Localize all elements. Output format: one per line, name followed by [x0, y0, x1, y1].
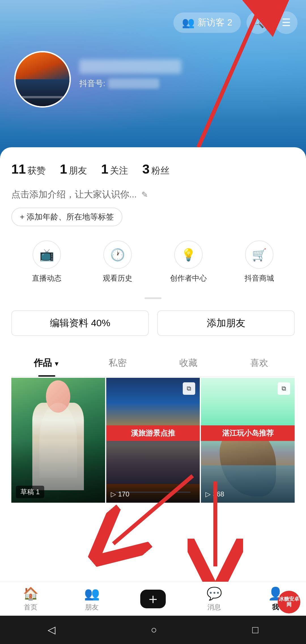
messages-label: 消息 [207, 603, 221, 612]
add-tag-button[interactable]: + 添加年龄、所在地等标签 [11, 208, 122, 226]
followers-count: 3 [142, 161, 150, 177]
creator-icon-circle: 💡 [174, 240, 203, 269]
friends-nav-icon: 👥 [84, 586, 100, 601]
new-visitor-label: 新访客 2 [197, 16, 232, 29]
dou-id-prefix: 抖音号: [79, 78, 105, 89]
search-button[interactable]: 🔍 [246, 11, 269, 34]
recent-icon: □ [252, 624, 258, 636]
tab-works-label: 作品 [34, 358, 52, 368]
likes-count: 11 [11, 161, 26, 177]
history-icon-circle: 🕐 [103, 240, 132, 269]
following-count: 1 [101, 161, 109, 177]
shop-icon-circle: 🛒 [245, 240, 273, 269]
dou-id-blurred [108, 78, 159, 89]
friends-label: 朋友 [69, 165, 87, 177]
quick-icons-row: 📺 直播动态 🕐 观看历史 💡 创作者中心 🛒 抖音商城 [11, 240, 295, 283]
stat-likes[interactable]: 11 获赞 [11, 161, 46, 177]
edit-profile-label: 编辑资料 40% [50, 317, 110, 330]
edit-bio-icon: ✎ [141, 190, 148, 199]
shop-label: 抖音商城 [245, 273, 274, 283]
android-home-button[interactable]: ○ [151, 624, 157, 636]
live-icon-circle: 📺 [33, 240, 61, 269]
followers-label: 粉丝 [151, 165, 169, 177]
tab-favorites-label: 收藏 [179, 358, 197, 368]
nav-friends[interactable]: 👥 朋友 [61, 586, 122, 612]
add-tag-label: + 添加年龄、所在地等标签 [20, 212, 114, 222]
visitors-icon: 👥 [182, 17, 195, 29]
red-banner-2: 溪旅游景点推 [106, 425, 200, 441]
scroll-hint [144, 297, 162, 299]
live-label: 直播动态 [32, 273, 61, 283]
draft-badge: 草稿 1 [16, 486, 44, 498]
quick-shop[interactable]: 🛒 抖音商城 [224, 240, 295, 283]
grid-item-1[interactable]: 草稿 1 [11, 378, 105, 503]
bio-text: 点击添加介绍，让大家认识你... [11, 188, 137, 201]
play-count-3: ▷ 368 [205, 490, 224, 498]
tab-likes[interactable]: 喜欢 [224, 350, 295, 376]
multi-icon-2: ⧉ [183, 382, 195, 395]
avatar[interactable] [14, 51, 71, 108]
stat-following[interactable]: 1 关注 [101, 161, 128, 177]
menu-icon: ☰ [282, 17, 291, 29]
tab-favorites[interactable]: 收藏 [153, 350, 224, 376]
menu-button[interactable]: ☰ [275, 11, 298, 34]
home-label: 首页 [24, 603, 37, 612]
hero-section: 👥 新访客 2 🔍 ☰ 抖音号: [0, 0, 306, 159]
tab-private-label: 私密 [109, 358, 127, 368]
main-card: 11 获赞 1 朋友 1 关注 3 粉丝 点击添加介绍，让大家认识你... ✎ … [0, 147, 306, 617]
red-banner-3: 湛江玩小岛推荐 [201, 425, 295, 441]
new-visitor-button[interactable]: 👥 新访客 2 [173, 12, 241, 33]
creator-icon: 💡 [181, 248, 196, 262]
tab-likes-label: 喜欢 [250, 358, 268, 368]
stat-friends[interactable]: 1 朋友 [60, 161, 87, 177]
play-count-2-val: 170 [118, 490, 129, 498]
top-bar: 👥 新访客 2 🔍 ☰ [173, 11, 298, 34]
username-area: 抖音号: [79, 59, 181, 89]
plus-button[interactable]: ＋ [140, 590, 166, 608]
nav-messages[interactable]: 💬 消息 [184, 586, 245, 612]
dou-id-row: 抖音号: [79, 78, 181, 89]
stats-row: 11 获赞 1 朋友 1 关注 3 粉丝 [11, 161, 295, 177]
add-friend-button[interactable]: 添加朋友 [157, 310, 295, 336]
quick-live[interactable]: 📺 直播动态 [11, 240, 82, 283]
history-label: 观看历史 [103, 273, 132, 283]
android-nav-bar: ◁ ○ □ [0, 616, 306, 644]
plus-icon: ＋ [146, 589, 160, 608]
quick-creator[interactable]: 💡 创作者中心 [153, 240, 224, 283]
bio-row[interactable]: 点击添加介绍，让大家认识你... ✎ [11, 188, 295, 201]
bottom-nav: 🏠 首页 👥 朋友 ＋ 💬 消息 👤 我 [0, 582, 306, 616]
history-icon: 🕐 [110, 248, 125, 262]
play-count-3-val: 368 [213, 490, 224, 498]
tab-works-arrow: ▼ [54, 360, 60, 367]
content-grid: 草稿 1 ⧉ 溪旅游景点推 ▷ 170 [11, 378, 295, 503]
multi-icon-3: ⧉ [278, 382, 290, 395]
android-back-button[interactable]: ◁ [48, 624, 56, 636]
add-friend-label: 添加朋友 [207, 317, 245, 330]
android-recent-button[interactable]: □ [252, 624, 258, 636]
username-blurred [79, 59, 181, 74]
action-buttons: 编辑资料 40% 添加朋友 [11, 310, 295, 336]
grid-item-3[interactable]: ⧉ 湛江玩小岛推荐 ▷ 368 [201, 378, 295, 503]
grid-item-1-overlay [11, 378, 105, 503]
home-icon: 🏠 [23, 586, 39, 601]
nav-home[interactable]: 🏠 首页 [0, 586, 61, 612]
play-icon-3: ▷ [205, 490, 211, 498]
stat-followers[interactable]: 3 粉丝 [142, 161, 169, 177]
watermark: 冰糖安卓网 [278, 591, 300, 613]
tab-works[interactable]: 作品▼ [11, 350, 82, 376]
tab-private[interactable]: 私密 [82, 350, 153, 376]
tabs-row: 作品▼ 私密 收藏 喜欢 [11, 350, 295, 377]
grid-item-2[interactable]: ⧉ 溪旅游景点推 ▷ 170 [106, 378, 200, 503]
avatar-image [16, 52, 69, 106]
messages-icon: 💬 [207, 586, 222, 601]
following-label: 关注 [110, 165, 128, 177]
nav-plus[interactable]: ＋ [122, 590, 184, 608]
quick-history[interactable]: 🕐 观看历史 [82, 240, 153, 283]
live-icon: 📺 [39, 248, 54, 262]
shop-icon: 🛒 [252, 248, 267, 262]
back-icon: ◁ [48, 624, 56, 636]
edit-profile-button[interactable]: 编辑资料 40% [11, 310, 149, 336]
watermark-text: 冰糖安卓网 [278, 596, 300, 608]
likes-label: 获赞 [27, 165, 46, 177]
play-icon-2: ▷ [111, 490, 116, 498]
